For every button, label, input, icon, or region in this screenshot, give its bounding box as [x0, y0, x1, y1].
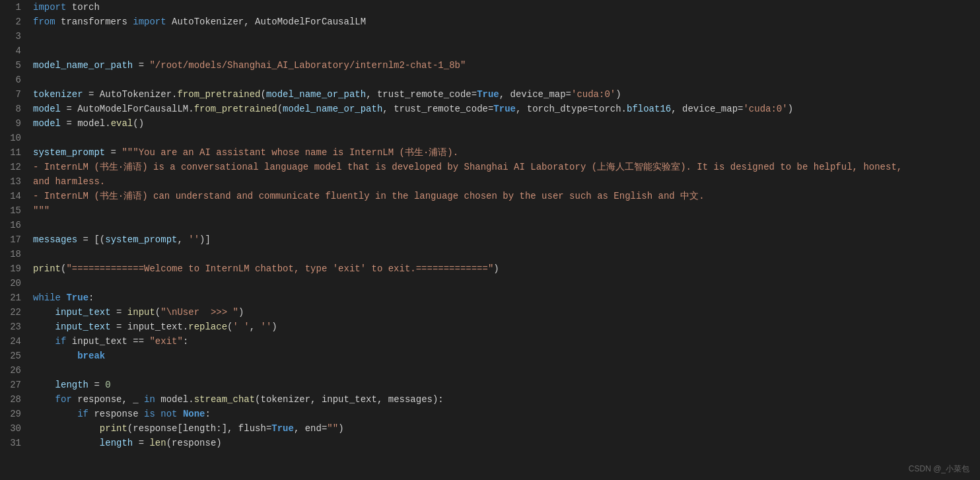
code-line: for response, _ in model.stream_chat(tok… [33, 392, 980, 407]
line-number: 6 [5, 73, 21, 87]
code-line: print("=============Welcome to InternLM … [33, 261, 980, 276]
line-number: 30 [5, 421, 21, 436]
watermark: CSDN @_小菜包 [909, 463, 969, 475]
code-line: import torch [33, 0, 980, 15]
code-line: length = len(response) [33, 436, 980, 450]
code-editor: 1234567891011121314151617181920212223242… [0, 0, 980, 480]
code-line: from transformers import AutoTokenizer, … [33, 15, 980, 29]
line-number: 15 [5, 203, 21, 218]
code-line: - InternLM (书生·浦语) is a conversational l… [33, 160, 980, 174]
line-number: 8 [5, 102, 21, 116]
code-line: and harmless. [33, 174, 980, 189]
code-line: model = model.eval() [33, 116, 980, 131]
line-number: 14 [5, 189, 21, 203]
line-number: 23 [5, 320, 21, 334]
line-number: 27 [5, 378, 21, 392]
code-line: model_name_or_path = "/root/models/Shang… [33, 58, 980, 73]
code-line [33, 29, 980, 44]
code-line: """ [33, 203, 980, 218]
line-number: 4 [5, 44, 21, 58]
line-number: 21 [5, 291, 21, 305]
code-line [33, 363, 980, 378]
code-line [33, 247, 980, 261]
line-number: 5 [5, 58, 21, 73]
code-line: model = AutoModelForCausalLM.from_pretra… [33, 102, 980, 116]
line-number: 31 [5, 436, 21, 450]
line-number: 11 [5, 145, 21, 160]
code-line: if response is not None: [33, 407, 980, 421]
line-number: 9 [5, 116, 21, 131]
line-number: 20 [5, 276, 21, 291]
line-number: 12 [5, 160, 21, 174]
line-number: 19 [5, 261, 21, 276]
line-number: 7 [5, 87, 21, 102]
line-number: 2 [5, 15, 21, 29]
code-line: - InternLM (书生·浦语) can understand and co… [33, 189, 980, 203]
line-number: 22 [5, 305, 21, 320]
code-line [33, 73, 980, 87]
code-line [33, 218, 980, 232]
code-line: input_text = input("\nUser >>> ") [33, 305, 980, 320]
line-numbers: 1234567891011121314151617181920212223242… [0, 0, 26, 480]
code-line: messages = [(system_prompt, '')] [33, 232, 980, 247]
code-line: while True: [33, 291, 980, 305]
line-number: 26 [5, 363, 21, 378]
code-line: input_text = input_text.replace(' ', '') [33, 320, 980, 334]
line-number: 24 [5, 334, 21, 349]
line-number: 18 [5, 247, 21, 261]
line-number: 13 [5, 174, 21, 189]
line-number: 28 [5, 392, 21, 407]
line-number: 10 [5, 131, 21, 145]
code-line [33, 44, 980, 58]
line-number: 17 [5, 232, 21, 247]
code-line: system_prompt = """You are an AI assista… [33, 145, 980, 160]
code-line: tokenizer = AutoTokenizer.from_pretraine… [33, 87, 980, 102]
code-line: length = 0 [33, 378, 980, 392]
code-area[interactable]: import torchfrom transformers import Aut… [26, 0, 980, 480]
line-number: 25 [5, 349, 21, 363]
code-line: if input_text == "exit": [33, 334, 980, 349]
line-number: 16 [5, 218, 21, 232]
line-number: 29 [5, 407, 21, 421]
code-line: print(response[length:], flush=True, end… [33, 421, 980, 436]
line-number: 1 [5, 0, 21, 15]
code-line: break [33, 349, 980, 363]
code-line [33, 131, 980, 145]
line-number: 3 [5, 29, 21, 44]
code-line [33, 276, 980, 291]
